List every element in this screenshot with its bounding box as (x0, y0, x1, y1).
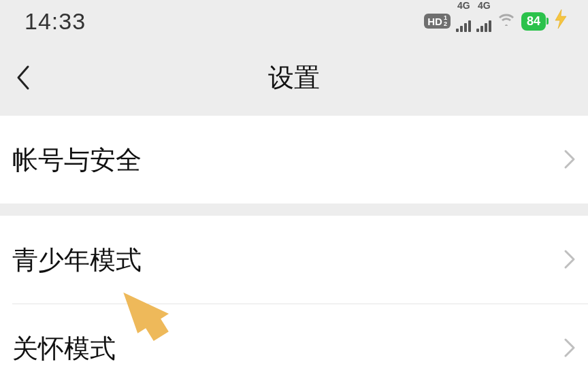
settings-group-2: 青少年模式 关怀模式 (0, 216, 588, 392)
battery-text: 84 (527, 14, 540, 28)
flash-icon (554, 10, 568, 33)
signal-2-label: 4G (478, 0, 491, 11)
signal-1-label: 4G (457, 0, 470, 11)
row-youth-mode[interactable]: 青少年模式 (0, 216, 588, 304)
hd-badge: HD 1 2 (424, 14, 451, 29)
chevron-right-icon (564, 249, 576, 272)
hd-text: HD (427, 16, 442, 27)
row-label: 关怀模式 (12, 331, 116, 366)
signal-2-bars (476, 20, 491, 32)
row-label: 青少年模式 (12, 243, 142, 278)
battery-badge: 84 (521, 12, 546, 31)
signal-1-bars (456, 20, 471, 32)
settings-group-1: 帐号与安全 (0, 116, 588, 203)
chevron-right-icon (564, 149, 576, 172)
signal-1: 4G (456, 10, 471, 32)
status-time: 14:33 (24, 8, 86, 35)
page-header: 设置 (0, 39, 588, 116)
status-right: HD 1 2 4G 4G 84 (424, 10, 568, 33)
signal-2: 4G (476, 10, 491, 32)
back-button[interactable] (10, 64, 37, 91)
chevron-left-icon (16, 64, 31, 91)
page-title: 设置 (268, 61, 320, 95)
wifi-icon (498, 12, 514, 30)
row-label: 帐号与安全 (12, 143, 142, 178)
row-account-security[interactable]: 帐号与安全 (0, 116, 588, 203)
chevron-right-icon (564, 338, 576, 361)
hd-sub: 1 2 (444, 15, 447, 27)
row-care-mode[interactable]: 关怀模式 (0, 304, 588, 392)
status-bar: 14:33 HD 1 2 4G 4G 84 (0, 0, 588, 39)
